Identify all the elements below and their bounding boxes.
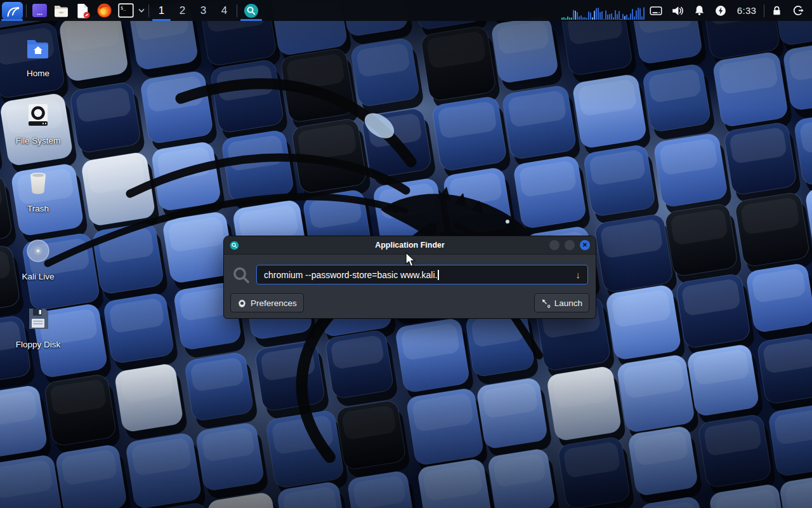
desktop-icon-label: Home bbox=[6, 69, 70, 78]
search-icon bbox=[232, 265, 251, 284]
workspace-1-label: 1 bbox=[159, 4, 164, 17]
workspace-2[interactable]: 2 bbox=[172, 0, 193, 21]
desktop-icon-home[interactable]: Home bbox=[6, 36, 70, 78]
power-manager-icon bbox=[714, 4, 727, 17]
kali-live-disc-icon bbox=[25, 238, 51, 264]
desktop-icon-kali-live[interactable]: Kali Live bbox=[6, 238, 70, 281]
command-input[interactable]: chromium --password-store=basic www.kali… bbox=[256, 265, 588, 284]
file-system-drive-icon bbox=[25, 102, 51, 128]
bell-icon bbox=[693, 4, 706, 17]
window-icon bbox=[230, 241, 239, 250]
svg-text:$_: $_ bbox=[121, 6, 126, 11]
panel-separator bbox=[148, 4, 149, 17]
application-finder-window: Application Finder ✕ chromium --password… bbox=[223, 236, 596, 319]
top-panel: $_ 1 2 3 4 bbox=[0, 0, 812, 21]
history-dropdown-arrow[interactable]: ↓ bbox=[576, 269, 581, 280]
terminal-icon: $_ bbox=[118, 3, 134, 18]
workspace-2-label: 2 bbox=[180, 4, 185, 17]
logout-icon bbox=[792, 4, 805, 17]
close-button[interactable]: ✕ bbox=[580, 240, 590, 250]
desktop-icon-label: Kali Live bbox=[6, 272, 70, 281]
desktop-root: $_ 1 2 3 4 bbox=[0, 0, 812, 508]
firefox-icon bbox=[96, 3, 112, 18]
active-underline bbox=[1, 19, 23, 21]
launcher-chevron[interactable] bbox=[136, 0, 147, 21]
workspace-3[interactable]: 3 bbox=[193, 0, 214, 21]
panel-separator bbox=[237, 4, 237, 17]
launch-label: Launch bbox=[554, 298, 582, 308]
desktop-icon-file-system[interactable]: File System bbox=[6, 102, 70, 145]
workspace-3-label: 3 bbox=[200, 4, 206, 17]
command-text: chromium --password-store=basic www.kali… bbox=[264, 270, 437, 280]
launcher-terminal[interactable]: $_ bbox=[115, 0, 136, 21]
trash-icon bbox=[25, 170, 51, 196]
minimize-button[interactable] bbox=[549, 240, 560, 250]
workspace-4[interactable]: 4 bbox=[214, 0, 235, 21]
desktop-icon-label: Floppy Disk bbox=[6, 340, 70, 349]
text-caret bbox=[438, 270, 439, 280]
logout-button[interactable] bbox=[787, 0, 809, 21]
launch-icon bbox=[541, 298, 551, 308]
text-editor-icon bbox=[75, 3, 91, 18]
launcher-file-manager[interactable] bbox=[50, 0, 72, 21]
desktop-icon-trash[interactable]: Trash bbox=[6, 170, 70, 213]
application-finder-icon bbox=[244, 3, 259, 18]
kali-logo-icon bbox=[3, 3, 21, 19]
active-underline bbox=[240, 19, 262, 21]
launcher-text-editor[interactable] bbox=[72, 0, 93, 21]
gear-icon bbox=[237, 298, 247, 308]
system-monitor-bars bbox=[561, 0, 645, 21]
titlebar[interactable]: Application Finder ✕ bbox=[224, 236, 596, 255]
notifications-tray[interactable] bbox=[688, 0, 710, 21]
workspace-1[interactable]: 1 bbox=[151, 0, 172, 21]
clock[interactable]: 6:33 bbox=[731, 0, 762, 21]
workspace-4-label: 4 bbox=[221, 4, 227, 17]
lock-icon bbox=[771, 4, 783, 17]
chevron-down-icon bbox=[138, 8, 145, 13]
kali-menu-button[interactable] bbox=[0, 0, 24, 21]
close-icon: ✕ bbox=[582, 242, 587, 248]
volume-icon bbox=[671, 4, 684, 18]
launch-button[interactable]: Launch bbox=[534, 293, 589, 312]
preferences-button[interactable]: Preferences bbox=[230, 293, 304, 312]
lock-screen-button[interactable] bbox=[766, 0, 787, 21]
taskbar-application-finder[interactable] bbox=[239, 0, 263, 21]
home-folder-icon bbox=[25, 36, 51, 60]
clock-label: 6:33 bbox=[737, 5, 756, 16]
preferences-label: Preferences bbox=[251, 298, 297, 308]
power-manager-tray[interactable] bbox=[710, 0, 731, 21]
window-title: Application Finder bbox=[224, 241, 596, 250]
volume-tray[interactable] bbox=[667, 0, 688, 21]
display-icon bbox=[649, 4, 663, 18]
floppy-disk-icon bbox=[25, 306, 51, 331]
desktop-icon-label: Trash bbox=[6, 204, 70, 213]
launcher-firefox[interactable] bbox=[93, 0, 115, 21]
maximize-button[interactable] bbox=[565, 240, 575, 250]
desktop-icon-floppy-disk[interactable]: Floppy Disk bbox=[6, 306, 70, 349]
panel-separator bbox=[764, 4, 764, 17]
desktop-icon-label: File System bbox=[6, 136, 70, 145]
panel-separator bbox=[26, 4, 27, 17]
system-monitor-graph[interactable] bbox=[561, 0, 645, 21]
launcher-show-desktop[interactable] bbox=[29, 0, 50, 21]
display-settings-tray[interactable] bbox=[645, 0, 667, 21]
active-underline bbox=[152, 19, 171, 21]
file-manager-icon bbox=[53, 3, 69, 18]
show-desktop-icon bbox=[32, 3, 48, 18]
